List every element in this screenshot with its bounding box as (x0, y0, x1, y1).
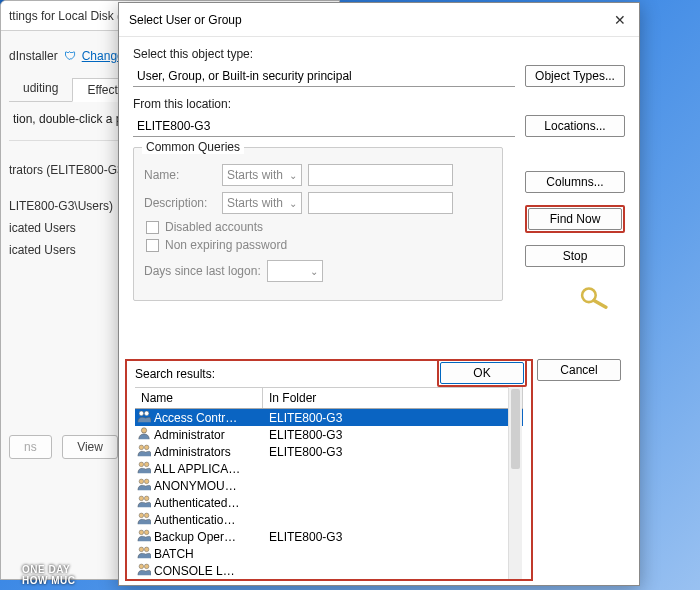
locations-button[interactable]: Locations... (525, 115, 625, 137)
svg-line-1 (594, 300, 606, 307)
table-row[interactable]: Backup Oper…ELITE800-G3 (135, 528, 523, 545)
dialog-title: Select User or Group (129, 13, 242, 27)
table-row[interactable]: AdministratorELITE800-G3 (135, 426, 523, 443)
group-icon (137, 409, 151, 426)
cancel-button[interactable]: Cancel (537, 359, 621, 381)
svg-point-13 (139, 513, 144, 518)
result-name: Backup Oper… (154, 530, 236, 544)
result-name: Administrators (154, 445, 231, 459)
result-folder: ELITE800-G3 (263, 428, 523, 442)
svg-point-15 (139, 530, 144, 535)
object-type-label: Select this object type: (133, 47, 625, 61)
group-icon (137, 511, 151, 528)
group-title: Common Queries (142, 140, 244, 154)
group-icon (137, 528, 151, 545)
bg-button-view[interactable]: View (62, 435, 118, 459)
name-filter-label: Name: (144, 168, 216, 182)
tab-auditing[interactable]: uditing (9, 77, 72, 101)
result-name: CONSOLE L… (154, 564, 235, 578)
table-row[interactable]: ALL APPLICA… (135, 460, 523, 477)
close-icon[interactable]: ✕ (611, 11, 629, 29)
svg-point-5 (139, 445, 144, 450)
table-row[interactable]: Access Contr…ELITE800-G3 (135, 409, 523, 426)
svg-point-20 (144, 564, 149, 569)
location-label: From this location: (133, 97, 625, 111)
bg-installer-text: dInstaller (9, 49, 58, 63)
group-icon (137, 460, 151, 477)
svg-point-8 (144, 462, 149, 467)
svg-point-10 (144, 479, 149, 484)
shield-icon: 🛡 (64, 49, 76, 63)
search-results-label: Search results: (135, 367, 523, 381)
result-name: BATCH (154, 547, 194, 561)
result-name: ALL APPLICA… (154, 462, 240, 476)
find-now-button[interactable]: Find Now (528, 208, 622, 230)
svg-point-16 (144, 530, 149, 535)
description-mode-combo[interactable]: Starts with (222, 192, 302, 214)
results-scrollbar[interactable] (508, 387, 522, 579)
results-list[interactable]: Access Contr…ELITE800-G3AdministratorELI… (135, 409, 523, 579)
non-expiring-password-checkbox[interactable]: Non expiring password (146, 238, 492, 252)
svg-point-9 (139, 479, 144, 484)
table-row[interactable]: CONSOLE L… (135, 562, 523, 579)
taskbar-thumb: ONE DAY HOW MUC (22, 564, 76, 586)
result-name: Authenticated… (154, 496, 239, 510)
result-folder: ELITE800-G3 (263, 411, 523, 425)
group-icon (137, 443, 151, 460)
disabled-accounts-checkbox[interactable]: Disabled accounts (146, 220, 492, 234)
stop-button[interactable]: Stop (525, 245, 625, 267)
result-name: ANONYMOU… (154, 479, 237, 493)
svg-point-7 (139, 462, 144, 467)
column-name[interactable]: Name (135, 388, 263, 408)
object-type-field[interactable] (133, 65, 515, 87)
svg-point-3 (144, 411, 149, 416)
svg-point-6 (144, 445, 149, 450)
results-header: Name In Folder (135, 387, 523, 409)
days-since-logon-label: Days since last logon: (144, 264, 261, 278)
description-filter-label: Description: (144, 196, 216, 210)
table-row[interactable]: ANONYMOU… (135, 477, 523, 494)
select-user-or-group-dialog: Select User or Group ✕ Select this objec… (118, 2, 640, 586)
svg-point-12 (144, 496, 149, 501)
svg-point-18 (144, 547, 149, 552)
group-icon (137, 477, 151, 494)
table-row[interactable]: Authenticated… (135, 494, 523, 511)
checkbox-icon (146, 239, 159, 252)
svg-point-2 (139, 411, 144, 416)
description-filter-input[interactable] (308, 192, 453, 214)
svg-point-4 (141, 428, 146, 433)
group-icon (137, 545, 151, 562)
days-since-logon-combo[interactable] (267, 260, 323, 282)
svg-point-19 (139, 564, 144, 569)
magnifier-icon (577, 285, 611, 309)
result-name: Administrator (154, 428, 225, 442)
table-row[interactable]: BATCH (135, 545, 523, 562)
columns-button[interactable]: Columns... (525, 171, 625, 193)
find-now-highlight: Find Now (525, 205, 625, 233)
group-icon (137, 494, 151, 511)
svg-point-17 (139, 547, 144, 552)
group-icon (137, 562, 151, 579)
common-queries-group: Common Queries Name: Starts with Descrip… (133, 147, 503, 301)
result-name: Authenticatio… (154, 513, 235, 527)
result-folder: ELITE800-G3 (263, 445, 523, 459)
name-mode-combo[interactable]: Starts with (222, 164, 302, 186)
checkbox-icon (146, 221, 159, 234)
table-row[interactable]: Authenticatio… (135, 511, 523, 528)
name-filter-input[interactable] (308, 164, 453, 186)
location-field[interactable] (133, 115, 515, 137)
search-results-highlight: Search results: Name In Folder Access Co… (125, 359, 533, 581)
user-icon (137, 426, 151, 443)
result-folder: ELITE800-G3 (263, 530, 523, 544)
column-in-folder[interactable]: In Folder (263, 388, 523, 408)
svg-point-11 (139, 496, 144, 501)
table-row[interactable]: AdministratorsELITE800-G3 (135, 443, 523, 460)
svg-point-14 (144, 513, 149, 518)
result-name: Access Contr… (154, 411, 237, 425)
object-types-button[interactable]: Object Types... (525, 65, 625, 87)
bg-button-ns[interactable]: ns (9, 435, 52, 459)
